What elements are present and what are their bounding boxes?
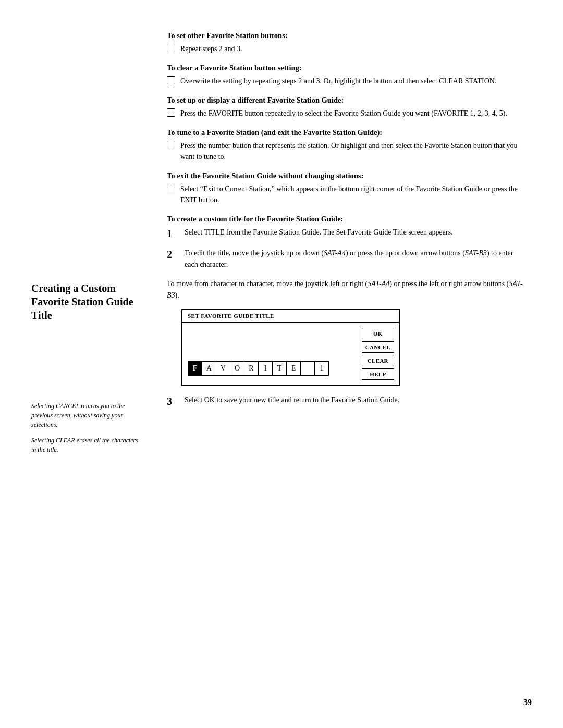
setup-display-bullet-text: Press the FAVORITE button repeatedly to … <box>180 108 507 119</box>
ui-box-buttons[interactable]: OKCANCELCLEARHELP <box>358 328 394 380</box>
sub-italic-a4: SAT-A4 <box>368 280 389 288</box>
cancel-button[interactable]: CANCEL <box>362 341 394 353</box>
clear-heading: To clear a Favorite Station button setti… <box>167 64 527 72</box>
clear-bullet-item: Overwrite the setting by repeating steps… <box>167 76 527 87</box>
char-cell-3: O <box>230 361 244 376</box>
char-cell-6: T <box>272 361 287 376</box>
side-note-cancel: Selecting CANCEL returns you to the prev… <box>31 401 141 429</box>
tune-bullet-item: Press the number button that represents … <box>167 140 527 162</box>
checkbox-icon-5 <box>167 184 175 192</box>
side-note-clear: Selecting CLEAR erases all the character… <box>31 436 141 454</box>
step-1-text: Select TITLE from the Favorite Station G… <box>185 227 527 238</box>
step-2-italic-b3: SAT-B3 <box>465 249 487 257</box>
tune-bullet-text: Press the number button that represents … <box>180 140 527 162</box>
setup-display-heading: To set up or display a different Favorit… <box>167 96 527 105</box>
set-other-bullet-text: Repeat steps 2 and 3. <box>180 43 242 54</box>
step-3-text: Select OK to save your new title and ret… <box>185 394 527 406</box>
clear-button[interactable]: CLEAR <box>362 355 394 366</box>
sub-italic-b3: SAT-B3 <box>167 280 523 299</box>
char-cell-4: R <box>244 361 259 376</box>
char-cell-0: F <box>188 361 202 376</box>
side-notes: Selecting CANCEL returns you to the prev… <box>31 401 141 461</box>
step-2-number: 2 <box>167 248 181 261</box>
char-cell-7: E <box>286 361 301 376</box>
tune-heading: To tune to a Favorite Station (and exit … <box>167 128 527 137</box>
step-3-number: 3 <box>167 394 181 408</box>
char-cell-2: V <box>216 361 230 376</box>
ui-box-title: SET FAVORITE GUIDE TITLE <box>182 310 399 323</box>
create-heading: To create a custom title for the Favorit… <box>167 215 527 224</box>
set-other-bullet-item: Repeat steps 2 and 3. <box>167 43 527 54</box>
set-other-heading: To set other Favorite Station buttons: <box>167 31 527 40</box>
char-cell-1: A <box>202 361 216 376</box>
char-cell-9: 1 <box>314 361 329 376</box>
exit-heading: To exit the Favorite Station Guide witho… <box>167 171 527 180</box>
step-3-item: 3 Select OK to save your new title and r… <box>167 394 527 408</box>
step-2-subpara: To move from character to character, mov… <box>167 278 527 302</box>
step-1-item: 1 Select TITLE from the Favorite Station… <box>167 227 527 240</box>
step-2-text: To edit the title, move the joystick up … <box>185 248 527 271</box>
step-1-number: 1 <box>167 227 181 240</box>
ui-box-main: FAVORITE1 <box>188 328 358 380</box>
checkbox-icon <box>167 44 175 52</box>
help-button[interactable]: HELP <box>362 368 394 380</box>
ok-button[interactable]: OK <box>362 328 394 339</box>
checkbox-icon-2 <box>167 76 175 84</box>
chapter-title: Creating a Custom Favorite Station Guide… <box>31 281 146 322</box>
char-cell-5: I <box>258 361 273 376</box>
step-2-italic-a4: SAT-A4 <box>324 249 346 257</box>
checkbox-icon-3 <box>167 108 175 117</box>
char-cell-8 <box>300 361 315 376</box>
set-favorite-guide-title-box: SET FAVORITE GUIDE TITLE FAVORITE1 OKCAN… <box>181 309 400 386</box>
ui-box-body: FAVORITE1 OKCANCELCLEARHELP <box>182 323 399 385</box>
character-row: FAVORITE1 <box>188 361 358 376</box>
checkbox-icon-4 <box>167 141 175 149</box>
exit-bullet-text: Select “Exit to Current Station,” which … <box>180 183 527 205</box>
page-number: 39 <box>523 698 532 707</box>
clear-bullet-text: Overwrite the setting by repeating steps… <box>180 76 496 87</box>
step-2-item: 2 To edit the title, move the joystick u… <box>167 248 527 271</box>
exit-bullet-item: Select “Exit to Current Station,” which … <box>167 183 527 205</box>
setup-display-bullet-item: Press the FAVORITE button repeatedly to … <box>167 108 527 119</box>
